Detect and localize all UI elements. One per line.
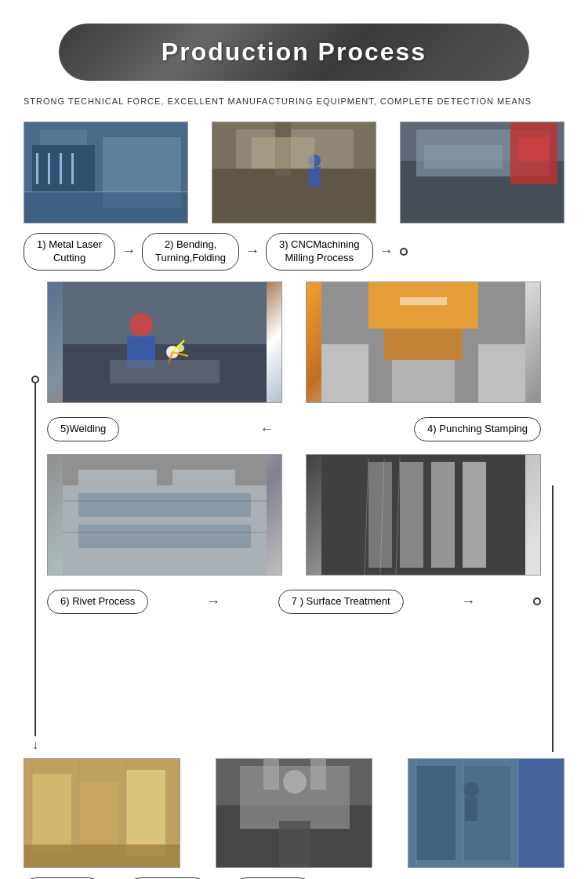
svg-rect-44 xyxy=(78,525,251,548)
image-machine3 xyxy=(400,122,564,223)
surface-col xyxy=(306,454,541,582)
svg-rect-22 xyxy=(424,145,503,169)
step5-pill: 5)Welding xyxy=(47,417,119,441)
svg-rect-39 xyxy=(478,344,525,403)
svg-rect-21 xyxy=(518,137,550,161)
svg-rect-45 xyxy=(78,470,157,485)
step1-pill: 1) Metal Laser Cutting xyxy=(24,233,115,271)
svg-point-71 xyxy=(283,770,307,794)
welding-svg xyxy=(63,281,267,403)
svg-rect-9 xyxy=(71,153,74,184)
svg-rect-1 xyxy=(32,145,95,192)
svg-rect-33 xyxy=(110,360,220,383)
svg-rect-74 xyxy=(518,758,564,868)
step3-pill: 3) CNCMachining Milling Process xyxy=(266,233,373,271)
svg-rect-77 xyxy=(416,766,456,860)
right-line-area xyxy=(541,281,564,752)
svg-point-29 xyxy=(176,344,184,352)
image-punching xyxy=(306,281,541,403)
right-vline xyxy=(552,485,554,752)
svg-rect-51 xyxy=(400,462,423,568)
corner-dot-top-right xyxy=(400,248,408,256)
svg-rect-2 xyxy=(40,129,87,145)
svg-rect-5 xyxy=(24,192,187,223)
left-vline xyxy=(34,383,36,736)
rivet-svg xyxy=(63,454,267,576)
machine1-svg xyxy=(24,122,187,223)
page-container: Production Process STRONG TECHNICAL FORC… xyxy=(0,0,588,879)
bottom-image-row xyxy=(24,758,564,868)
machine2-svg xyxy=(212,122,376,223)
punching-col xyxy=(306,281,541,409)
step7-pill: 7 ) Surface Treatment xyxy=(278,590,404,614)
svg-rect-59 xyxy=(79,782,118,852)
arrow-1-2: → xyxy=(122,243,136,260)
step2-pill: 2) Bending, Turning,Folding xyxy=(142,233,239,271)
welding-col xyxy=(47,281,282,409)
main-content-area: 5)Welding ← 4) Punching Stamping xyxy=(47,281,541,752)
svg-rect-40 xyxy=(400,297,447,305)
corner-dot-right xyxy=(533,598,541,605)
image-welding xyxy=(47,281,282,403)
arrow-7-dot: → xyxy=(461,594,475,610)
packing-svg xyxy=(24,758,180,868)
arrow-2-3: → xyxy=(245,243,260,260)
lower-image-row xyxy=(47,454,541,582)
svg-rect-16 xyxy=(252,137,314,169)
image-machine2 xyxy=(212,122,376,223)
image-surface xyxy=(306,454,541,576)
arrow-6-7: → xyxy=(206,594,220,610)
svg-rect-38 xyxy=(321,344,368,403)
svg-point-25 xyxy=(129,313,153,336)
svg-rect-11 xyxy=(212,169,376,223)
svg-rect-36 xyxy=(384,329,463,360)
svg-rect-15 xyxy=(308,167,321,187)
svg-rect-46 xyxy=(172,470,235,485)
rivet-col xyxy=(47,454,282,582)
svg-rect-50 xyxy=(368,462,392,568)
image-machine1 xyxy=(24,122,188,223)
step4-pill: 4) Punching Stamping xyxy=(414,417,541,441)
page-title: Production Process xyxy=(90,38,498,67)
step-row-top: 1) Metal Laser Cutting → 2) Bending, Tur… xyxy=(24,233,564,271)
svg-rect-43 xyxy=(78,493,251,517)
svg-rect-8 xyxy=(60,153,62,184)
surface-svg xyxy=(321,454,525,576)
arrow-5-4: ← xyxy=(260,421,274,438)
left-line-area: ↓ xyxy=(24,281,47,752)
svg-rect-68 xyxy=(263,758,279,790)
assembly-svg xyxy=(408,758,564,868)
arrow-down-indicator: ↓ xyxy=(32,738,38,752)
mid-image-row xyxy=(47,281,541,409)
svg-rect-78 xyxy=(463,766,510,860)
image-assembly xyxy=(408,758,564,868)
inspection-svg xyxy=(216,758,372,868)
middle-section: ↓ xyxy=(24,281,564,752)
image-inspection xyxy=(216,758,372,868)
svg-rect-70 xyxy=(279,821,310,868)
svg-rect-58 xyxy=(32,774,71,852)
machine3-svg xyxy=(401,122,564,223)
svg-rect-6 xyxy=(36,153,38,184)
image-packing xyxy=(24,758,180,868)
punching-svg xyxy=(321,281,525,403)
subtitle-text: STRONG TECHNICAL FORCE, EXCELLENT MANUFA… xyxy=(24,96,564,106)
svg-rect-7 xyxy=(48,153,50,184)
svg-rect-61 xyxy=(24,844,180,868)
arrow-3-dot: → xyxy=(379,243,394,260)
step6-pill: 6) Rivet Process xyxy=(47,590,148,614)
top-image-row xyxy=(24,122,564,223)
step-row-mid1: 5)Welding ← 4) Punching Stamping xyxy=(47,417,541,441)
svg-rect-52 xyxy=(431,462,455,568)
svg-rect-37 xyxy=(392,360,455,403)
corner-dot-left xyxy=(31,376,39,383)
step-row-mid2: 6) Rivet Process → 7 ) Surface Treatment… xyxy=(47,590,541,614)
image-rivet xyxy=(47,454,282,576)
title-banner: Production Process xyxy=(59,24,529,81)
svg-rect-53 xyxy=(463,462,486,568)
svg-rect-60 xyxy=(126,770,165,856)
svg-rect-69 xyxy=(310,758,326,790)
